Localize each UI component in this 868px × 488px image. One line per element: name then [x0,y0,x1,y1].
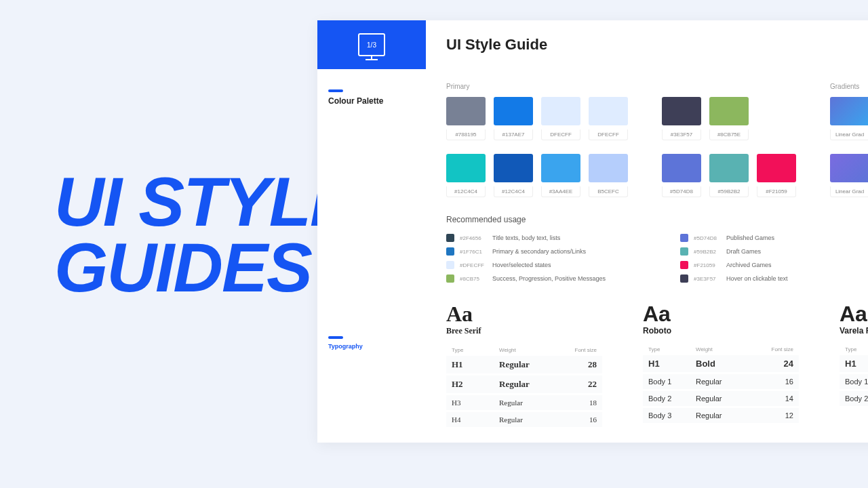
color-swatch[interactable]: #8CB75E [709,97,749,140]
usage-item: #5D74D8Published Games [680,234,788,242]
color-chip [680,261,688,269]
color-swatch[interactable]: #59B2B2 [709,154,749,197]
color-swatch[interactable]: #F21059 [757,154,796,197]
swatch-label: #3E3F57 [662,129,701,140]
usage-hex: #5D74D8 [694,235,721,241]
color-chip [446,261,454,269]
usage-item: #8CB75Success, Progression, Positive Mes… [446,274,606,283]
color-swatch[interactable]: #12C4C4 [494,154,533,197]
usage-hex: #59B2B2 [694,249,721,255]
color-chip [446,274,454,283]
type-table-header: TypeWeightFont size [643,344,799,355]
swatch-color [662,97,701,125]
color-swatch[interactable]: #5D74D8 [662,154,701,197]
swatch-color [446,97,486,125]
color-swatch[interactable]: B5CEFC [589,154,628,197]
usage-item: #2F4656Title texts, body text, lists [446,234,606,242]
swatch-label: #12C4C4 [494,186,533,197]
usage-desc: Draft Games [726,248,761,255]
color-swatch[interactable]: DFECFF [589,97,628,140]
usage-desc: Title texts, body text, lists [492,235,560,241]
color-chip [446,234,454,242]
sidebar: Colour Palette Typography [317,69,426,443]
color-chip [680,234,688,242]
color-swatch[interactable]: #3E3F57 [662,97,701,140]
color-chip [446,247,454,256]
swatch-color [541,97,580,125]
usage-item: #59B2B2Draft Games [680,247,788,256]
font-name: Bree Serif [446,326,602,336]
usage-item: #1F76C1Primary & secondary actions/Links [446,247,606,256]
sidebar-item-typography[interactable]: Typography [328,336,415,350]
swatch-label: #5D74D8 [662,186,701,197]
swatch-color [589,97,628,125]
color-swatch[interactable]: DFECFF [541,97,580,140]
swatch-label: #8CB75E [709,129,749,140]
swatch-label: DFECFF [589,129,628,140]
type-row: Body 3Regular12 [643,408,799,423]
type-row: H1Bold24 [643,355,799,372]
font-column: AaBree SerifTypeWeightFont sizeH1Regular… [446,303,602,429]
swatch-label: #137AE7 [494,129,533,140]
swatch-color [757,154,796,182]
hero-line2: GUIDES [54,235,355,301]
color-chip [680,247,688,256]
swatch-label: Linear Grad [830,186,868,197]
color-swatch[interactable]: #3AA4EE [541,154,580,197]
swatch-color [446,154,486,182]
app-header: 1/3 UI Style Guide [317,20,868,69]
typography-section: AaBree SerifTypeWeightFont sizeH1Regular… [446,303,868,429]
logo-badge-text: 1/3 [367,41,376,49]
section-label-primary: Primary [446,83,628,90]
swatch-label: DFECFF [541,129,580,140]
usage-item: #3E3F57Hover on clickable text [680,274,788,283]
swatch-color [494,154,533,182]
sidebar-item-label: Typography [328,343,415,350]
font-name: Roboto [643,326,799,336]
section-label-gradients: Gradients [830,83,868,90]
type-row: H1 [840,355,868,372]
sidebar-accent [328,89,343,92]
swatch-label: #F21059 [757,186,796,197]
swatch-label: B5CEFC [589,186,628,197]
usage-list-left: #2F4656Title texts, body text, lists#1F7… [446,234,606,283]
hero-line1: UI STYLE [54,169,355,235]
swatch-color [830,97,868,125]
usage-desc: Archived Games [726,262,772,268]
swatch-label: #12C4C4 [446,186,486,197]
usage-list-right: #5D74D8Published Games#59B2B2Draft Games… [680,234,788,283]
swatch-label: #59B2B2 [709,186,749,197]
usage-desc: Primary & secondary actions/Links [492,248,586,255]
color-swatch[interactable]: #12C4C4 [446,154,486,197]
sidebar-item-colour-palette[interactable]: Colour Palette [328,89,415,106]
type-row: H3Regular18 [446,395,602,410]
usage-desc: Hover on clickable text [726,275,788,282]
type-row: H2Regular22 [446,375,602,393]
color-swatch[interactable]: #788195 [446,97,486,140]
swatch-label: #788195 [446,129,486,140]
style-guide-window: 1/3 UI Style Guide Colour Palette Typogr… [317,20,868,443]
spacer-label [662,83,796,90]
color-swatch[interactable]: Linear Grad [830,154,868,197]
color-chip [680,274,688,283]
color-swatch[interactable]: #137AE7 [494,97,533,140]
sidebar-accent [328,336,343,339]
usage-hex: #F21059 [694,262,721,268]
swatch-color [709,154,749,182]
usage-item: #F21059Archived Games [680,261,788,269]
palette-primary-group2: #3E3F57#8CB75E#5D74D8#59B2B2#F21059 [662,83,796,197]
usage-hex: #1F76C1 [460,249,487,255]
swatch-color [541,154,580,182]
font-sample: Aa [446,303,602,325]
type-row: Body 1Regular16 [643,374,799,389]
palette-primary-group1: Primary #788195#137AE7DFECFFDFECFF#12C4C… [446,83,628,197]
color-swatch[interactable]: Linear Grad [830,97,868,140]
type-table-header: TypeWeightFont size [446,344,602,356]
swatch-color [494,97,533,125]
palette-gradients: Gradients Linear GradLinear Grad [830,83,868,197]
font-column: AaVarela RTypeH1Body 1Body 2 [840,303,868,429]
usage-desc: Published Games [726,235,774,241]
usage-hex: #8CB75 [460,276,487,282]
monitor-icon: 1/3 [358,33,385,56]
hero-title: UI STYLE GUIDES [54,169,355,301]
